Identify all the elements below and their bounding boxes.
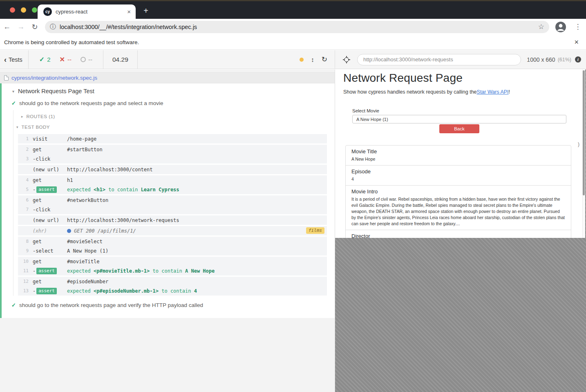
run-duration-value: 04.29: [112, 56, 128, 63]
route-badge: films: [306, 227, 324, 234]
browser-menu-icon[interactable]: ⋮: [572, 22, 584, 31]
command-message: /home-page: [67, 136, 324, 142]
command-method: -click: [33, 156, 67, 162]
command-row[interactable]: 11-assertexpected <p#movieTitle.mb-1> to…: [18, 266, 327, 276]
maximize-window-icon[interactable]: [32, 7, 37, 13]
command-row[interactable]: (new url)http://localhost:3000/network-r…: [18, 215, 327, 225]
subtitle-text: Show how cypress handles network request…: [343, 89, 477, 95]
test-body-section[interactable]: ▾ TEST BODY: [2, 122, 335, 132]
browser-tab[interactable]: cy cypress-react ×: [38, 4, 136, 19]
browser-toolbar: ← → ↻ ⓘ localhost:3000/__/#/tests/integr…: [0, 19, 586, 35]
spec-header: cypress/integration/network.spec.js: [0, 72, 335, 83]
test-item-2[interactable]: ✓ should go to the network requests page…: [2, 296, 335, 312]
command-row[interactable]: 3-click: [18, 154, 327, 164]
movie-detail-item: Movie IntroIt is a period of civil war. …: [346, 186, 571, 230]
back-to-tests-button[interactable]: ‹ Tests: [0, 50, 28, 69]
app-scrollbar[interactable]: [582, 69, 585, 238]
back-button[interactable]: Back: [439, 124, 479, 133]
tab-title: cypress-react: [56, 9, 126, 15]
browser-tab-bar: cy cypress-react × +: [0, 1, 586, 19]
detail-label: Director: [351, 233, 565, 238]
command-message: #movieSelect: [67, 239, 324, 244]
detail-value: It is a period of civil war. Rebel space…: [351, 196, 565, 227]
command-row[interactable]: 13-assertexpected <p#episodeNumber.mb-1>…: [18, 286, 327, 296]
tab-close-icon[interactable]: ×: [126, 8, 132, 16]
screen: cy cypress-react × + ← → ↻ ⓘ localhost:3…: [0, 0, 586, 392]
test-passed-icon: ✓: [11, 302, 16, 308]
page-info-icon[interactable]: ⓘ: [50, 23, 56, 31]
command-number: 10: [18, 259, 29, 264]
command-method: (xhr): [33, 228, 67, 234]
address-bar[interactable]: ⓘ localhost:3000/__/#/tests/integration/…: [45, 21, 549, 33]
command-row[interactable]: 5-assertexpected <h1> to contain Learn C…: [18, 185, 327, 194]
close-window-icon[interactable]: [10, 7, 15, 13]
collapse-triangle-icon: ▾: [12, 89, 14, 94]
command-number: 3: [18, 156, 29, 161]
spec-file-link[interactable]: cypress/integration/network.spec.js: [11, 75, 97, 81]
profile-avatar-icon[interactable]: [555, 21, 566, 33]
test-item-1[interactable]: ✓ should go to the network requests page…: [2, 96, 335, 109]
new-tab-button[interactable]: +: [141, 6, 151, 16]
window-controls[interactable]: [10, 7, 37, 13]
collapsed-triangle-icon: ▸: [21, 114, 23, 119]
command-number: 7: [18, 207, 29, 212]
detail-label: Movie Intro: [351, 188, 565, 195]
routes-section[interactable]: ▸ ROUTES (1): [2, 111, 335, 122]
aut-iframe: Network Request Page Show how cypress ha…: [335, 69, 585, 238]
star-wars-api-link[interactable]: Star Wars API: [477, 89, 509, 95]
forward-icon[interactable]: →: [14, 22, 28, 31]
bookmark-star-icon[interactable]: ☆: [538, 22, 544, 31]
minimize-window-icon[interactable]: [21, 7, 26, 13]
command-row[interactable]: 7-click: [18, 205, 327, 214]
address-url[interactable]: localhost:3000/__/#/tests/integration/ne…: [60, 24, 538, 30]
assert-badge: assert: [36, 288, 57, 294]
aut-url[interactable]: http://localhost:3000/network-requests: [363, 56, 453, 63]
command-number: 1: [18, 136, 29, 141]
command-row[interactable]: 9-selectA New Hope (1): [18, 246, 327, 255]
xhr-dot-icon: [67, 229, 71, 233]
command-row[interactable]: 10get#movieTitle: [18, 257, 327, 266]
aut-header: http://localhost:3000/network-requests 1…: [335, 50, 586, 69]
aut-url-field[interactable]: http://localhost:3000/network-requests: [357, 54, 521, 65]
command-row[interactable]: 8get#movieSelect: [18, 237, 327, 246]
viewport-scale: (61%): [558, 57, 571, 63]
expanded-triangle-icon: ▾: [16, 125, 18, 129]
reporter-tools: ↕ ↻: [300, 50, 335, 69]
back-icon[interactable]: ←: [0, 22, 14, 31]
command-row[interactable]: 12get#episodeNumber: [18, 277, 327, 286]
command-row[interactable]: (xhr)GET 200 /api/films/1/films: [18, 226, 327, 235]
command-row[interactable]: 1visit/home-page: [18, 134, 327, 143]
command-number: 11: [18, 268, 29, 273]
suite-header[interactable]: ▾ Network Requests Page Test: [2, 83, 335, 96]
infobar-close-icon[interactable]: ×: [574, 38, 579, 47]
command-log: 1visit/home-page2get#startButton3-click(…: [18, 134, 327, 296]
detail-label: Episode: [351, 168, 565, 175]
command-method: get: [33, 259, 67, 264]
passed-stat: ✓ 2: [39, 56, 51, 63]
command-message: GET 200 /api/films/1/: [67, 228, 324, 234]
command-row[interactable]: 4geth1: [18, 175, 327, 185]
auto-scroll-icon[interactable]: ↕: [311, 56, 314, 63]
assert-message: expected <p#movieTitle.mb-1> to contain …: [67, 268, 324, 274]
command-number: 6: [18, 197, 29, 203]
command-method: -assert: [33, 186, 67, 193]
assert-message: expected <h1> to contain Learn Cypress: [67, 187, 324, 193]
state-dot-icon: [300, 58, 304, 62]
viewport-info-icon[interactable]: i: [575, 56, 581, 63]
command-row[interactable]: 6get#networkButton: [18, 195, 327, 205]
command-method: -assert: [33, 288, 67, 294]
command-message: http://localhost:3000/content: [67, 167, 324, 172]
command-method: get: [33, 177, 67, 183]
movie-detail-item: Movie TitleA New Hope: [346, 146, 571, 166]
file-icon: [4, 75, 9, 81]
reload-icon[interactable]: ↻: [28, 22, 42, 31]
command-row[interactable]: (new url)http://localhost:3000/content: [18, 165, 327, 174]
run-duration: 04.29: [103, 50, 137, 69]
selector-playground-icon[interactable]: [342, 56, 351, 64]
scrollbar-thumb[interactable]: [583, 70, 585, 195]
command-message: h1: [67, 177, 324, 183]
restart-tests-icon[interactable]: ↻: [322, 55, 327, 64]
movie-select[interactable]: A New Hope (1): [352, 115, 566, 123]
command-row[interactable]: 2get#startButton: [18, 145, 327, 154]
command-message: #movieTitle: [67, 259, 324, 264]
